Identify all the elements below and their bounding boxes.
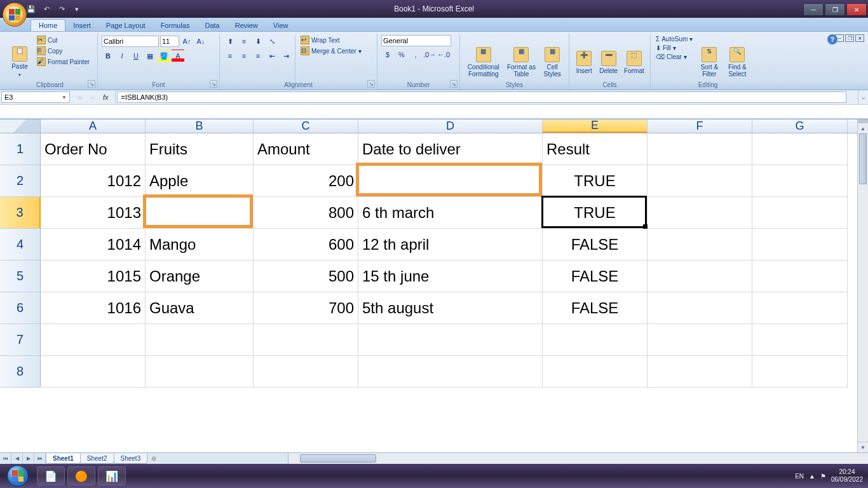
cell-A6[interactable]: 1016 [41,292,146,324]
cell-G4[interactable] [752,229,848,261]
cell-F4[interactable] [648,229,752,261]
clear-button[interactable]: ⌫ Clear ▾ [654,53,694,61]
sheet-tab-sheet2[interactable]: Sheet2 [80,454,114,464]
enter-formula-button[interactable]: ✓ [86,94,99,101]
copy-button[interactable]: ⎘Copy [36,46,91,56]
chevron-down-icon[interactable]: ▼ [62,95,67,100]
row-header-5[interactable]: 5 [0,261,41,292]
cell-G5[interactable] [752,261,848,292]
undo-icon[interactable]: ↶ [39,2,53,16]
cell-G1[interactable] [752,133,848,165]
percent-button[interactable]: % [395,48,408,61]
wb-minimize-button[interactable]: ─ [835,34,844,42]
cell-G2[interactable] [752,165,848,197]
border-button[interactable]: ▦ [144,50,156,62]
cell-B2[interactable]: Apple [146,165,254,197]
font-size-select[interactable] [160,36,179,47]
column-header-E[interactable]: E [543,119,648,133]
scroll-down-button[interactable]: ▼ [858,442,868,452]
column-header-F[interactable]: F [648,119,752,133]
bold-button[interactable]: B [102,50,114,62]
align-right-button[interactable]: ≡ [252,50,264,62]
cell-B7[interactable] [146,324,254,356]
orientation-button[interactable]: ⤡ [266,35,278,48]
cell-G3[interactable] [752,197,848,229]
cut-button[interactable]: ✂Cut [36,35,91,45]
tab-home[interactable]: Home [31,19,65,31]
cell-F6[interactable] [648,292,752,324]
cell-A2[interactable]: 1012 [41,165,146,197]
maximize-button[interactable]: ❐ [825,3,845,16]
font-dialog-launcher[interactable]: ↘ [210,80,217,88]
cell-E2[interactable]: TRUE [543,165,648,197]
accounting-button[interactable]: $ [381,48,394,61]
sheet-tab-sheet1[interactable]: Sheet1 [46,454,81,464]
align-left-button[interactable]: ≡ [224,50,236,62]
align-center-button[interactable]: ≡ [238,50,250,62]
taskbar-excel-icon[interactable]: 📊 [98,466,126,485]
sheet-first-button[interactable]: ⏮ [0,453,11,464]
tray-lang[interactable]: EN [795,473,804,480]
align-middle-button[interactable]: ≡ [238,35,250,48]
vertical-scrollbar[interactable]: ▲ ▼ [857,119,868,452]
cells-area[interactable]: Order NoFruitsAmountDate to deliverResul… [41,133,848,388]
minimize-button[interactable]: ─ [803,3,824,16]
sheet-last-button[interactable]: ⏭ [34,453,46,464]
tab-insert[interactable]: Insert [65,20,98,31]
sheet-next-button[interactable]: ▶ [23,453,34,464]
wb-restore-button[interactable]: ❐ [845,34,854,42]
cell-C4[interactable]: 600 [254,229,358,261]
cell-E7[interactable] [543,324,648,356]
cell-F8[interactable] [648,356,752,388]
sheet-prev-button[interactable]: ◀ [11,453,23,464]
decrease-indent-button[interactable]: ⇤ [266,50,278,62]
new-sheet-button[interactable]: ⊕ [147,453,161,464]
increase-font-button[interactable]: A↑ [180,35,193,48]
cell-C7[interactable] [254,324,358,356]
cell-E4[interactable]: FALSE [543,229,648,261]
cell-G7[interactable] [752,324,848,356]
cell-E3[interactable]: TRUE [543,197,648,229]
cell-E5[interactable]: FALSE [543,261,648,292]
cell-C3[interactable]: 800 [254,197,358,229]
cell-D7[interactable] [358,324,543,356]
cell-A4[interactable]: 1014 [41,229,146,261]
qat-customize-icon[interactable]: ▾ [70,2,84,16]
wb-close-button[interactable]: ✕ [855,34,864,42]
hscroll-thumb[interactable] [300,454,376,463]
cell-B5[interactable]: Orange [146,261,254,292]
fill-button[interactable]: ⬇ Fill ▾ [654,44,694,52]
tray-flag-icon[interactable]: ⚑ [820,473,826,480]
row-header-7[interactable]: 7 [0,324,41,356]
row-header-6[interactable]: 6 [0,292,41,324]
cell-D5[interactable]: 15 th june [358,261,543,292]
row-header-4[interactable]: 4 [0,229,41,261]
increase-indent-button[interactable]: ⇥ [280,50,292,62]
cell-F3[interactable] [648,197,752,229]
cell-D4[interactable]: 12 th april [358,229,543,261]
cell-B8[interactable] [146,356,254,388]
cell-B1[interactable]: Fruits [146,133,254,165]
tray-clock[interactable]: 20:24 06/09/2022 [831,468,863,484]
select-all-button[interactable] [0,119,41,133]
cell-D6[interactable]: 5th august [358,292,543,324]
number-format-select[interactable] [381,35,451,46]
row-header-8[interactable]: 8 [0,356,41,388]
cell-F2[interactable] [648,165,752,197]
close-button[interactable]: ✕ [846,3,867,16]
wrap-text-button[interactable]: ↩Wrap Text [299,35,363,45]
cell-D2[interactable] [358,165,543,197]
increase-decimal-button[interactable]: .0→ [423,48,436,61]
row-header-1[interactable]: 1 [0,133,41,165]
comma-button[interactable]: , [409,48,422,61]
cell-F1[interactable] [648,133,752,165]
expand-formula-bar-button[interactable]: ⌄ [858,90,868,104]
row-header-3[interactable]: 3 [0,197,41,229]
column-header-D[interactable]: D [358,119,543,133]
cell-E8[interactable] [543,356,648,388]
cell-D3[interactable]: 6 th march [358,197,543,229]
cell-F7[interactable] [648,324,752,356]
cancel-formula-button[interactable]: ✕ [74,94,86,101]
taskbar-browser-icon[interactable]: 🟠 [67,466,95,485]
split-handle[interactable] [858,119,868,123]
